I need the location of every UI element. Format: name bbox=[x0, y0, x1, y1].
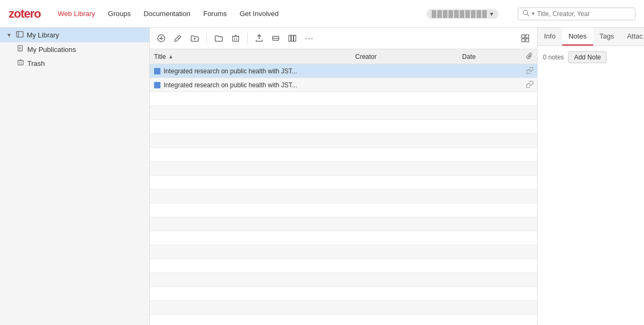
toolbar-right bbox=[518, 32, 533, 44]
svg-rect-8 bbox=[18, 61, 24, 65]
column-header: Title ▲ Creator Date bbox=[150, 49, 537, 64]
empty-row bbox=[150, 259, 537, 273]
empty-row bbox=[150, 287, 537, 301]
trash-icon bbox=[17, 59, 24, 67]
col-attach-header bbox=[522, 52, 537, 61]
svg-rect-31 bbox=[522, 35, 525, 38]
link-icon bbox=[526, 81, 533, 89]
delete-button[interactable] bbox=[228, 32, 243, 44]
nav-groups[interactable]: Groups bbox=[108, 10, 131, 18]
empty-row bbox=[150, 245, 537, 259]
sidebar-item-my-publications[interactable]: My Publications bbox=[0, 42, 149, 56]
add-to-collection-button[interactable] bbox=[211, 32, 226, 44]
svg-line-1 bbox=[527, 14, 529, 16]
main-layout: ▼ My Library bbox=[0, 28, 644, 325]
svg-rect-32 bbox=[526, 35, 529, 38]
tab-attachments[interactable]: Attac… bbox=[620, 28, 644, 46]
right-panel: Info Notes Tags Attac… 0 notes Add Note bbox=[537, 28, 644, 325]
export-button[interactable] bbox=[252, 32, 266, 44]
toolbar-separator-1 bbox=[206, 33, 207, 44]
edit-button[interactable] bbox=[171, 32, 185, 44]
journal-icon bbox=[154, 82, 160, 88]
nav-documentation[interactable]: Documentation bbox=[143, 10, 190, 18]
user-name: ██████████ bbox=[432, 10, 488, 18]
item-list-area: Title ▲ Creator Date bbox=[150, 49, 537, 325]
content-area: ··· Title ▲ bbox=[150, 28, 537, 325]
list-view-button[interactable] bbox=[269, 32, 283, 44]
search-input[interactable] bbox=[537, 10, 631, 18]
top-nav: zotero Web Library Groups Documentation … bbox=[0, 0, 644, 28]
trash-label: Trash bbox=[27, 59, 45, 67]
item-attach-cell bbox=[522, 81, 537, 89]
svg-rect-34 bbox=[526, 39, 529, 42]
empty-row bbox=[150, 190, 537, 203]
empty-row bbox=[150, 134, 537, 148]
col-title-header[interactable]: Title ▲ bbox=[150, 53, 351, 61]
empty-row bbox=[150, 148, 537, 162]
user-area: ██████████ ▾ bbox=[426, 9, 499, 19]
sort-arrow-icon: ▲ bbox=[168, 54, 173, 59]
notes-count: 0 notes bbox=[543, 54, 564, 61]
empty-row bbox=[150, 106, 537, 120]
table-row[interactable]: Integrated research on public health wit… bbox=[150, 78, 537, 92]
empty-row bbox=[150, 176, 537, 190]
toolbar-separator-2 bbox=[247, 33, 248, 44]
library-icon bbox=[16, 31, 24, 40]
tab-info[interactable]: Info bbox=[538, 28, 562, 46]
right-tabs: Info Notes Tags Attac… bbox=[538, 28, 644, 46]
col-creator-header[interactable]: Creator bbox=[351, 53, 458, 61]
toolbar: ··· bbox=[150, 28, 537, 49]
my-library-label: My Library bbox=[27, 31, 59, 39]
svg-rect-29 bbox=[292, 35, 294, 41]
col-date-header[interactable]: Date bbox=[458, 53, 522, 61]
sidebar-library-section: ▼ My Library bbox=[0, 28, 149, 70]
empty-row bbox=[150, 217, 537, 231]
svg-rect-33 bbox=[522, 39, 525, 42]
nav-web-library[interactable]: Web Library bbox=[58, 10, 95, 18]
search-box[interactable]: ▾ bbox=[518, 7, 635, 20]
publications-icon bbox=[17, 45, 24, 54]
empty-row bbox=[150, 273, 537, 287]
table-row[interactable]: Integrated research on public health wit… bbox=[150, 64, 537, 78]
svg-rect-2 bbox=[17, 32, 23, 37]
svg-rect-30 bbox=[294, 35, 296, 41]
columns-button[interactable] bbox=[285, 32, 300, 44]
sidebar: ▼ My Library bbox=[0, 28, 150, 325]
add-item-button[interactable] bbox=[154, 32, 168, 44]
empty-row bbox=[150, 162, 537, 176]
sidebar-item-trash[interactable]: Trash bbox=[0, 56, 149, 70]
logo[interactable]: zotero bbox=[9, 7, 41, 21]
add-note-button[interactable]: Add Note bbox=[568, 51, 607, 63]
sidebar-item-my-library[interactable]: ▼ My Library bbox=[0, 28, 149, 42]
empty-row bbox=[150, 120, 537, 134]
new-collection-button[interactable] bbox=[187, 32, 202, 44]
item-title-cell: Integrated research on public health wit… bbox=[150, 67, 351, 75]
user-chevron-icon: ▾ bbox=[490, 10, 493, 18]
tab-tags[interactable]: Tags bbox=[593, 28, 620, 46]
item-attach-cell bbox=[522, 67, 537, 75]
more-button[interactable]: ··· bbox=[302, 32, 317, 46]
search-type-indicator: ▾ bbox=[532, 10, 535, 17]
notes-header: 0 notes Add Note bbox=[543, 51, 639, 63]
journal-icon bbox=[154, 68, 160, 74]
nav-forums[interactable]: Forums bbox=[203, 10, 227, 18]
empty-row bbox=[150, 92, 537, 106]
right-content: 0 notes Add Note bbox=[538, 46, 644, 325]
empty-row bbox=[150, 231, 537, 245]
tab-notes[interactable]: Notes bbox=[562, 28, 593, 46]
nav-get-involved[interactable]: Get Involved bbox=[240, 10, 279, 18]
items-scroll[interactable]: Integrated research on public health wit… bbox=[150, 64, 537, 325]
chevron-down-icon: ▼ bbox=[6, 32, 12, 38]
user-menu[interactable]: ██████████ ▾ bbox=[426, 9, 499, 19]
svg-rect-28 bbox=[289, 35, 291, 41]
empty-row bbox=[150, 315, 537, 325]
empty-row bbox=[150, 203, 537, 217]
view-toggle-button[interactable] bbox=[518, 32, 533, 44]
empty-row bbox=[150, 301, 537, 315]
link-icon bbox=[526, 67, 533, 75]
svg-rect-18 bbox=[233, 36, 239, 41]
item-title-cell: Integrated research on public health wit… bbox=[150, 81, 351, 89]
search-icon bbox=[523, 10, 530, 18]
my-publications-label: My Publications bbox=[27, 46, 76, 54]
